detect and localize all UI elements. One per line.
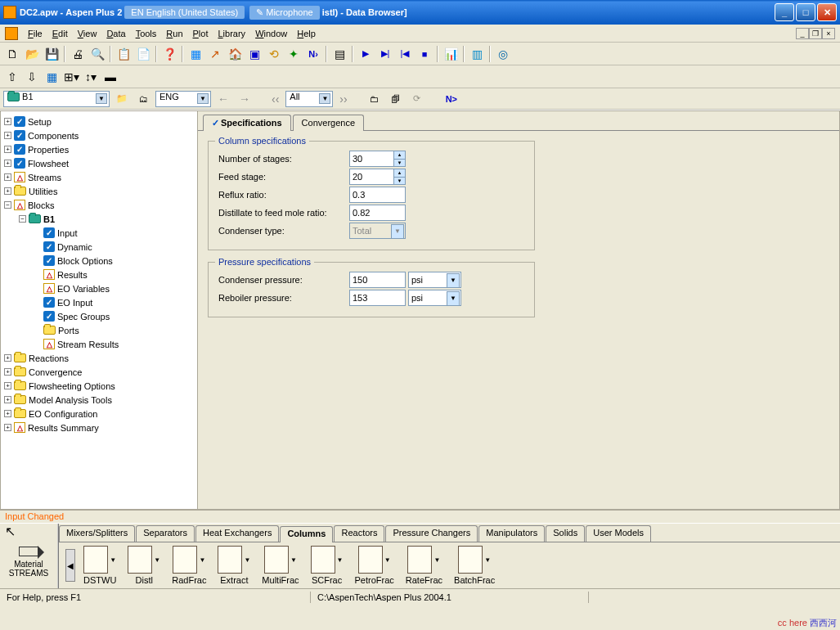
new-button[interactable]: 🗋 [3, 45, 21, 63]
table-button[interactable]: ▦ [43, 68, 61, 86]
tool-button-2[interactable]: ✦ [285, 45, 303, 63]
expand-icon[interactable] [34, 313, 41, 320]
flowsheet-button[interactable]: ↗ [206, 45, 224, 63]
open-button[interactable]: 📂 [23, 45, 41, 63]
next-button[interactable]: N› [304, 45, 322, 63]
nstages-input[interactable] [349, 151, 394, 167]
paste-button[interactable]: 📄 [134, 45, 152, 63]
last-button[interactable]: ›› [336, 92, 350, 106]
expand-icon[interactable]: + [4, 187, 11, 195]
expand-icon[interactable] [34, 229, 41, 236]
tree-item-eo-variables[interactable]: △EO Variables [1, 281, 197, 295]
tree-item-streams[interactable]: +△Streams [1, 170, 197, 184]
menu-run[interactable]: Run [161, 27, 187, 40]
rebp-input[interactable] [349, 290, 406, 306]
expand-icon[interactable] [34, 285, 41, 292]
mdi-close[interactable]: × [822, 28, 835, 39]
expand-icon[interactable]: + [4, 173, 11, 181]
dropdown-icon[interactable]: ▼ [432, 556, 440, 564]
language-tag[interactable]: EN English (United States) [124, 6, 245, 19]
target-button[interactable]: ◎ [494, 45, 512, 63]
expand-icon[interactable] [34, 340, 41, 348]
condp-input[interactable] [349, 272, 406, 288]
tree-item-input[interactable]: ✓Input [1, 226, 197, 240]
forward-button[interactable]: → [236, 92, 254, 106]
maximize-button[interactable]: □ [796, 3, 815, 21]
model-tab-mixers-splitters[interactable]: Mixers/Splitters [59, 525, 135, 542]
model-petrofrac[interactable]: ▼PetroFrac [352, 546, 398, 585]
model-tab-separators[interactable]: Separators [136, 525, 195, 542]
run-button[interactable]: ▶ [357, 45, 375, 63]
export-button[interactable]: ⇧ [3, 68, 21, 86]
tree-item-block-options[interactable]: ✓Block Options [1, 254, 197, 268]
help-button[interactable]: ❓ [160, 45, 178, 63]
model-scfrac[interactable]: ▼SCFrac [308, 546, 347, 585]
model-dstwu[interactable]: ▼DSTWU [80, 546, 119, 585]
dropdown-icon[interactable]: ▼ [383, 556, 391, 564]
menu-help[interactable]: Help [292, 27, 321, 40]
back-button[interactable]: ← [214, 92, 232, 106]
model-tab-solids[interactable]: Solids [546, 525, 585, 542]
expand-icon[interactable] [34, 326, 41, 334]
tree-item-b1[interactable]: −B1 [1, 212, 197, 226]
model-distl[interactable]: ▼Distl [124, 546, 164, 585]
import-button[interactable]: ⇩ [23, 68, 41, 86]
expand-icon[interactable]: + [4, 396, 11, 403]
dfr-input[interactable] [349, 205, 406, 221]
condp-unit[interactable]: psi [408, 272, 461, 288]
stop-button[interactable]: ■ [416, 45, 433, 63]
expand-icon[interactable] [34, 299, 41, 306]
tab-convergence[interactable]: Convergence [293, 115, 364, 131]
tree-item-setup[interactable]: +✓Setup [1, 115, 197, 128]
minimize-button[interactable]: _ [775, 3, 794, 21]
tab-specifications[interactable]: Specifications [203, 115, 291, 131]
expand-icon[interactable]: + [4, 118, 11, 125]
close-button[interactable]: ✕ [817, 3, 837, 21]
dropdown-icon[interactable]: ▼ [242, 556, 250, 564]
model-tab-user-models[interactable]: User Models [586, 525, 651, 542]
dropdown-icon[interactable]: ▼ [152, 556, 160, 564]
rewind-button[interactable]: |◀ [396, 45, 414, 63]
model-scroll-left[interactable]: ◀ [65, 549, 75, 582]
units-selector[interactable]: ENG [155, 91, 211, 107]
tool-button-1[interactable]: ⟲ [265, 45, 283, 63]
model-tab-columns[interactable]: Columns [280, 526, 333, 542]
tree-panel[interactable]: +✓Setup+✓Components+✓Properties+✓Flowshe… [0, 110, 198, 510]
tree-item-spec-groups[interactable]: ✓Spec Groups [1, 309, 197, 323]
tree-item-ports[interactable]: Ports [1, 323, 197, 337]
tree-item-results-summary[interactable]: +△Results Summary [1, 421, 197, 434]
copy-block-button[interactable]: 🗐 [387, 90, 405, 108]
condtype-select[interactable]: Total [349, 223, 406, 239]
save-button[interactable]: 💾 [43, 45, 61, 63]
dropdown-icon[interactable]: ▼ [108, 556, 116, 564]
dropdown-icon[interactable]: ▼ [289, 556, 297, 564]
microphone-tag[interactable]: ✎ Microphone [249, 6, 320, 20]
check-button[interactable]: ▣ [245, 45, 263, 63]
model-tab-pressure-changers[interactable]: Pressure Changers [385, 525, 478, 542]
expand-icon[interactable]: + [4, 382, 11, 389]
tree-button[interactable]: 🗂 [134, 90, 152, 108]
tree-item-blocks[interactable]: −△Blocks [1, 198, 197, 212]
tree-item-dynamic[interactable]: ✓Dynamic [1, 240, 197, 254]
menu-window[interactable]: Window [250, 27, 292, 40]
sort-button[interactable]: ↕▾ [82, 68, 100, 86]
expand-icon[interactable]: + [4, 368, 11, 376]
tree-item-eo-input[interactable]: ✓EO Input [1, 295, 197, 309]
model-multifrac[interactable]: ▼MultiFrac [258, 546, 302, 585]
model-extract[interactable]: ▼Extract [214, 546, 254, 585]
filter-selector[interactable]: All [285, 91, 333, 107]
menu-library[interactable]: Library [213, 27, 250, 40]
expand-icon[interactable]: − [4, 201, 11, 209]
expand-icon[interactable]: + [4, 410, 11, 417]
feed-spinner[interactable]: ▲▼ [394, 169, 406, 185]
home-button[interactable]: 🏠 [226, 45, 244, 63]
model-tab-reactors[interactable]: Reactors [334, 525, 384, 542]
expand-icon[interactable] [34, 271, 41, 278]
refresh-button[interactable]: ⟳ [408, 90, 426, 108]
expand-icon[interactable] [34, 243, 41, 250]
print-button[interactable]: 🖨 [69, 45, 87, 63]
menu-view[interactable]: View [73, 27, 102, 40]
expand-icon[interactable] [34, 257, 41, 264]
next-input-button[interactable]: N> [441, 94, 462, 104]
reflux-input[interactable] [349, 187, 406, 203]
